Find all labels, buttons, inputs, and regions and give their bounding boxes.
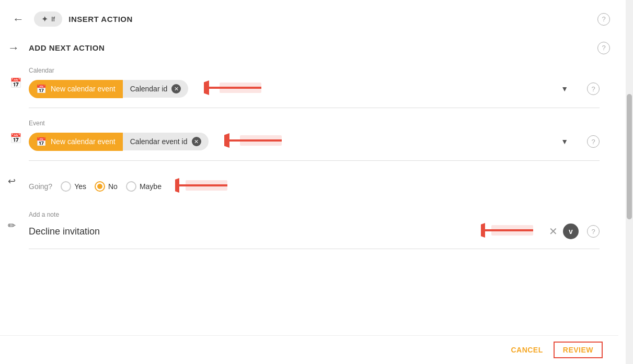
event-dropdown-arrow[interactable]: ▼ [561,137,568,146]
insert-action-title: INSERT ACTION [68,15,133,24]
calendar-action-pill[interactable]: 📅 New calendar event Calendar id ✕ [29,80,188,98]
calendar-section-help-icon[interactable]: ? [587,83,600,95]
event-section-label: Event [29,120,600,127]
next-arrow-icon: → [8,41,19,55]
review-button[interactable]: REVIEW [554,342,603,358]
radio-no-circle [95,181,105,192]
calendar-pill-icon: 📅 [36,84,47,94]
radio-no-label: No [108,182,118,191]
event-section-help-icon[interactable]: ? [587,135,600,148]
svg-rect-11 [491,225,533,236]
svg-rect-5 [240,135,282,146]
going-label: Going? [29,182,52,191]
pencil-icon: ✏ [8,220,16,231]
radio-yes-label: Yes [74,182,86,191]
note-clear-icon[interactable]: ✕ [549,225,558,238]
if-badge: ✦ If [34,11,62,27]
calendar-icon-1: 📅 [8,77,24,89]
bottom-bar: CANCEL REVIEW [0,335,618,364]
event-action-pill[interactable]: 📅 New calendar event Calendar event id ✕ [29,133,209,151]
insert-action-help-icon[interactable]: ? [597,13,610,26]
event-red-arrow [224,130,287,153]
note-row: Decline invitation ✕ [29,220,600,249]
if-label: If [51,15,55,23]
radio-yes[interactable]: Yes [61,181,86,192]
add-next-help-icon[interactable]: ? [597,42,610,54]
calendar-icon-2: 📅 [8,133,24,144]
event-pill-icon: 📅 [36,137,47,147]
calendar-red-arrow [204,77,267,100]
scrollbar-thumb[interactable] [627,94,632,219]
calendar-section-label: Calendar [29,67,600,74]
calendar-section-row: 📅 New calendar event Calendar id ✕ [29,77,600,108]
note-section-label: Add a note [29,211,600,218]
calendar-close-chip[interactable]: ✕ [171,84,181,93]
back-arrow-icon[interactable]: ← [8,13,29,26]
scrollbar[interactable] [626,0,633,364]
move-icon: ✦ [41,14,48,24]
note-actions: ✕ v [549,224,579,239]
event-close-chip[interactable]: ✕ [192,137,201,146]
note-value: Decline invitation [29,226,476,237]
radio-maybe-circle [126,181,136,192]
event-section-row: 📅 New calendar event Calendar event id ✕ [29,130,600,161]
event-action-label: New calendar event [51,137,116,146]
note-help-icon[interactable]: ? [587,225,600,238]
calendar-action-label: New calendar event [51,85,116,93]
note-v-badge: v [563,224,579,239]
calendar-dropdown-arrow[interactable]: ▼ [561,85,568,93]
radio-yes-circle [61,181,71,192]
event-field-label: Calendar event id [130,137,188,146]
svg-rect-2 [220,83,261,93]
radio-maybe[interactable]: Maybe [126,181,162,192]
add-next-action-title: ADD NEXT ACTION [29,43,105,52]
svg-rect-8 [186,180,227,191]
radio-maybe-label: Maybe [140,182,162,191]
going-reply-icon: ↩ [8,175,16,187]
note-red-arrow [481,220,538,242]
going-red-arrow [175,175,233,197]
calendar-field-label: Calendar id [130,85,168,93]
cancel-button[interactable]: CANCEL [511,346,543,354]
going-row: Going? Yes No Maybe [29,171,600,202]
radio-no[interactable]: No [95,181,118,192]
